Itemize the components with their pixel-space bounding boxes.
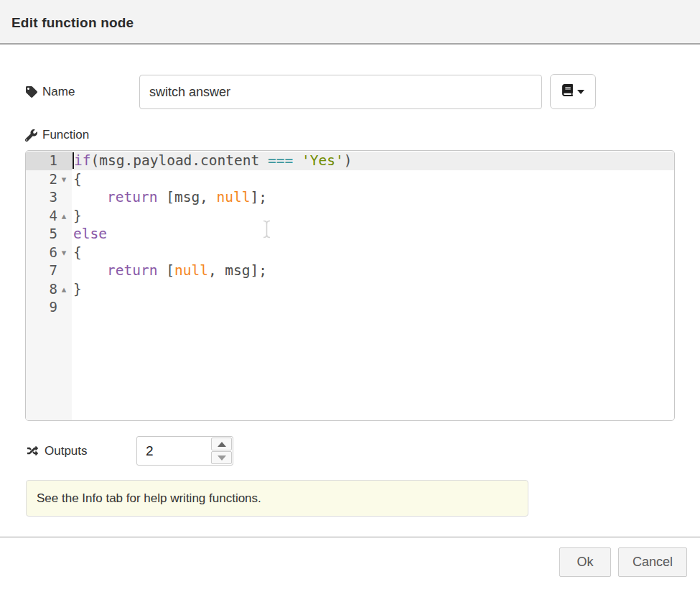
form-tip-text: See the Info tab for help writing functi…: [37, 491, 261, 506]
outputs-label-text: Outputs: [45, 444, 88, 458]
line-number: 5: [26, 225, 57, 244]
code-text: {: [72, 170, 82, 189]
fold-spacer: [57, 188, 70, 207]
code-text: {: [72, 244, 82, 262]
name-input[interactable]: [139, 75, 542, 109]
code-line[interactable]: 9: [26, 298, 674, 317]
book-icon: [562, 84, 573, 99]
wrench-icon: [25, 129, 37, 142]
line-number: 3: [26, 188, 57, 207]
fold-spacer: [57, 152, 70, 170]
spinner-down-button[interactable]: [211, 451, 232, 464]
fold-spacer: [57, 298, 70, 317]
function-code-editor[interactable]: 1if(msg.payload.content === 'Yes')2▾{3 r…: [25, 150, 675, 421]
line-number: 6: [26, 244, 57, 262]
code-text: [72, 298, 73, 317]
outputs-spinner[interactable]: 2: [136, 436, 233, 466]
arrow-down-icon: [218, 455, 226, 461]
name-field-label: Name: [26, 75, 75, 109]
form-tip: See the Info tab for help writing functi…: [26, 480, 528, 517]
caret-down-icon: [577, 90, 584, 94]
arrow-up-icon: [218, 442, 226, 447]
name-label-text: Name: [42, 85, 75, 99]
code-text: }: [72, 280, 82, 299]
fold-spacer: [57, 225, 70, 244]
function-label-text: Function: [42, 128, 89, 142]
function-field-label: Function: [25, 126, 89, 144]
library-button[interactable]: [550, 74, 596, 109]
footer-separator: [0, 537, 700, 537]
fold-spacer: [57, 262, 70, 280]
code-line[interactable]: 3 return [msg, null];: [26, 188, 674, 207]
line-number: 1: [26, 152, 57, 170]
fold-open-icon[interactable]: ▾: [57, 244, 70, 262]
cancel-button[interactable]: Cancel: [618, 547, 687, 577]
code-text: }: [72, 207, 82, 226]
line-number: 2: [26, 170, 57, 189]
fold-close-icon[interactable]: ▴: [57, 207, 70, 226]
line-number: 8: [26, 280, 57, 299]
shuffle-icon: [26, 445, 39, 456]
code-text: return [null, msg];: [72, 262, 267, 280]
code-text: if(msg.payload.content === 'Yes'): [72, 152, 352, 170]
line-number: 9: [26, 298, 57, 317]
line-number: 4: [26, 207, 57, 226]
editor-lines: 1if(msg.payload.content === 'Yes')2▾{3 r…: [26, 152, 674, 317]
code-line[interactable]: 1if(msg.payload.content === 'Yes'): [26, 152, 674, 170]
ok-button[interactable]: Ok: [559, 547, 611, 577]
dialog-title: Edit function node: [11, 15, 134, 31]
code-line[interactable]: 4▴}: [26, 207, 674, 226]
code-line[interactable]: 6▾{: [26, 244, 674, 262]
outputs-value[interactable]: 2: [137, 437, 210, 465]
fold-close-icon[interactable]: ▴: [57, 280, 70, 299]
outputs-field-label: Outputs: [26, 436, 88, 466]
line-number: 7: [26, 262, 57, 280]
fold-open-icon[interactable]: ▾: [57, 170, 70, 189]
dialog-header: Edit function node: [0, 0, 700, 45]
spinner-up-button[interactable]: [211, 438, 232, 450]
code-line[interactable]: 8▴}: [26, 280, 674, 299]
code-line[interactable]: 5else: [26, 225, 674, 244]
tag-icon: [26, 86, 37, 98]
code-text: else: [72, 225, 107, 244]
spinner-buttons: [210, 437, 233, 465]
code-line[interactable]: 7 return [null, msg];: [26, 262, 674, 280]
code-line[interactable]: 2▾{: [26, 170, 674, 189]
code-text: return [msg, null];: [72, 188, 267, 207]
